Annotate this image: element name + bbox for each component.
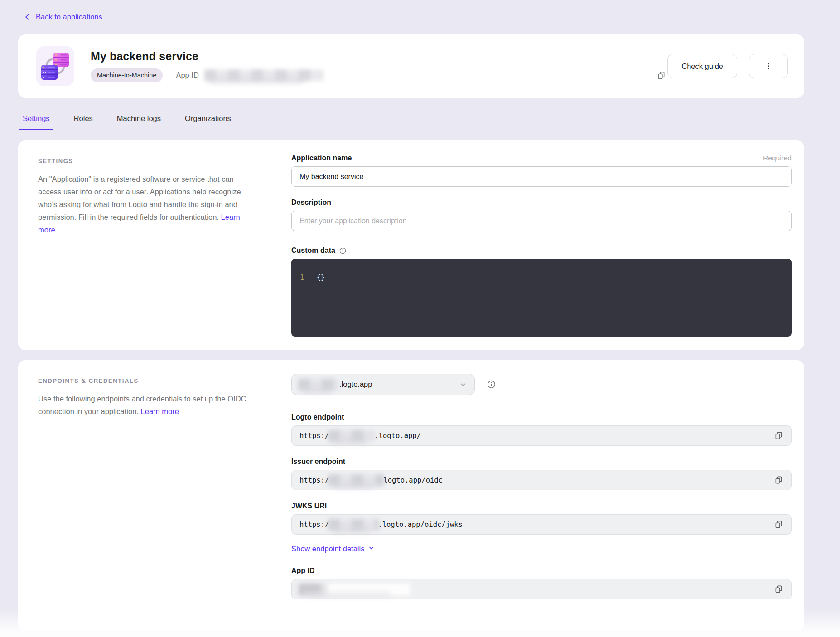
custom-data-code-editor[interactable]: 1 {} (291, 259, 792, 337)
editor-code-content: {} (317, 272, 325, 282)
endpoints-section-description: Use the following endpoints and credenti… (38, 392, 246, 418)
issuer-endpoint-value: https:/ logto.app/oidc (291, 470, 792, 490)
jwks-uri-label: JWKS URI (291, 502, 327, 510)
redacted-subdomain (329, 475, 383, 485)
logto-endpoint-field: Logto endpoint https:/ .logto.app/ (291, 413, 792, 446)
more-actions-button[interactable] (749, 54, 788, 78)
show-endpoint-details-link[interactable]: Show endpoint details (291, 545, 375, 553)
jwks-uri-value: https:/ .logto.app/oidc/jwks (291, 514, 792, 535)
kebab-menu-icon (764, 62, 773, 71)
logto-endpoint-value: https:/ .logto.app/ (291, 425, 792, 446)
editor-line-number: 1 (291, 272, 304, 282)
settings-section-heading: SETTINGS (38, 158, 246, 164)
description-input[interactable] (291, 211, 792, 231)
copy-jwks-uri-button[interactable] (772, 518, 785, 531)
application-header-info: My backend service Machine-to-Machine Ap… (91, 50, 667, 82)
copy-logto-endpoint-button[interactable] (772, 429, 785, 442)
endpoints-section-heading: ENDPOINTS & CREDENTIALS (38, 377, 246, 384)
tab-organizations[interactable]: Organizations (184, 112, 232, 130)
application-details-page: Back to applications (18, 0, 804, 631)
application-name-input[interactable] (291, 166, 792, 187)
logto-endpoint-label: Logto endpoint (291, 413, 344, 421)
custom-data-label: Custom data (291, 246, 335, 255)
back-to-applications-link[interactable]: Back to applications (18, 10, 102, 24)
app-id-value (291, 579, 792, 599)
tab-roles[interactable]: Roles (73, 112, 94, 130)
meta-divider (169, 71, 169, 79)
tenant-select-value: .logto.app (339, 380, 372, 389)
required-tag: Required (763, 154, 792, 162)
issuer-endpoint-field: Issuer endpoint https:/ logto.app/oidc (291, 458, 792, 490)
app-id-label: App ID (176, 71, 198, 80)
redacted-subdomain (329, 520, 378, 530)
back-link-label: Back to applications (36, 13, 102, 21)
endpoints-learn-more-link[interactable]: Learn more (141, 407, 179, 415)
check-guide-button[interactable]: Check guide (667, 54, 737, 78)
tenant-endpoint-select[interactable]: .logto.app (291, 374, 475, 395)
application-type-badge: Machine-to-Machine (91, 68, 163, 82)
tab-machine-logs[interactable]: Machine logs (116, 112, 162, 130)
tenant-redacted-prefix (299, 380, 338, 390)
description-field: Description (291, 198, 792, 231)
application-tabs: Settings Roles Machine logs Organization… (18, 112, 804, 130)
chevron-down-icon (459, 381, 467, 389)
copy-app-id-button[interactable] (655, 69, 667, 82)
custom-data-field: Custom data 1 {} (291, 246, 792, 337)
machine-to-machine-app-icon (36, 46, 74, 86)
jwks-uri-field: JWKS URI https:/ .logto.app/oidc/jwks (291, 502, 792, 535)
description-label: Description (291, 198, 331, 207)
copy-issuer-endpoint-button[interactable] (772, 474, 785, 486)
endpoints-section-card: ENDPOINTS & CREDENTIALS Use the followin… (18, 360, 804, 631)
application-title: My backend service (91, 50, 667, 63)
app-id-field-label: App ID (291, 567, 315, 575)
tab-settings[interactable]: Settings (22, 112, 51, 130)
issuer-endpoint-label: Issuer endpoint (291, 458, 345, 466)
app-id-field: App ID (291, 567, 792, 599)
redacted-app-id (299, 584, 409, 594)
settings-section-card: SETTINGS An "Application" is a registere… (18, 140, 804, 350)
settings-section-description: An "Application" is a registered softwar… (38, 173, 246, 236)
tenant-endpoint-info-icon[interactable] (487, 380, 496, 389)
app-id-redacted-value (205, 70, 322, 80)
application-header-card: My backend service Machine-to-Machine Ap… (18, 34, 804, 98)
application-name-field: Application name Required (291, 154, 792, 187)
redacted-subdomain (329, 431, 374, 441)
copy-app-id-field-button[interactable] (772, 583, 785, 595)
application-name-label: Application name (291, 154, 352, 162)
chevron-left-icon (24, 13, 31, 21)
chevron-down-icon (368, 545, 375, 553)
custom-data-info-icon[interactable] (339, 247, 347, 255)
